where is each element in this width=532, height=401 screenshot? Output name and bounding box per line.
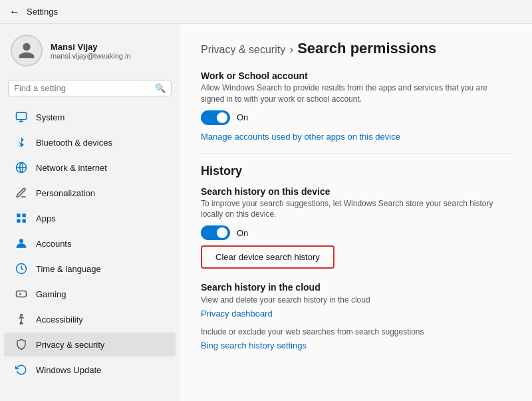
work-toggle[interactable] [201,110,230,125]
personalization-label: Personalization [36,188,95,198]
privacy-label: Privacy & security [36,340,104,350]
nav-system[interactable]: System [4,105,176,129]
history-heading: History [201,164,511,178]
accessibility-icon [15,313,28,326]
network-icon [15,161,28,174]
section-divider [201,153,511,154]
include-desc: Include or exclude your web searches fro… [201,327,511,336]
nav-time[interactable]: Time & language [4,257,176,281]
page-header: Privacy & security › Search permissions [201,40,511,57]
back-icon: ← [9,6,20,18]
svg-rect-2 [17,213,20,217]
nav-personalization[interactable]: Personalization [4,181,176,205]
privacy-dashboard-link[interactable]: Privacy dashboard [201,309,273,319]
gaming-icon [15,287,28,301]
time-label: Time & language [36,264,101,274]
nav-windows[interactable]: Windows Update [4,358,176,382]
breadcrumb-separator: › [289,43,293,57]
cloud-history-section: Search history in the cloud View and del… [201,282,511,351]
search-icon: 🔍 [155,83,166,93]
device-history-section: Search history on this device To improve… [201,186,511,280]
privacy-icon [15,338,28,351]
avatar [11,35,43,67]
svg-rect-4 [17,219,20,223]
device-toggle[interactable] [201,225,230,240]
clear-history-button[interactable]: Clear device search history [201,245,334,269]
nav-privacy[interactable]: Privacy & security [4,333,176,356]
nav-network[interactable]: Network & internet [4,156,176,180]
svg-rect-3 [23,213,26,217]
gaming-label: Gaming [36,289,66,299]
nav-accessibility[interactable]: Accessibility [4,307,176,331]
system-icon [15,110,28,124]
accessibility-label: Accessibility [36,315,83,325]
work-toggle-row: On [201,110,511,125]
windows-icon [15,363,28,376]
personalization-icon [15,186,28,200]
device-history-title: Search history on this device [201,186,511,197]
accounts-icon [15,237,28,250]
device-toggle-row: On [201,225,511,240]
work-section-desc: Allow Windows Search to provide results … [201,82,511,105]
nav-bluetooth[interactable]: Bluetooth & devices [4,130,176,154]
windows-label: Windows Update [36,365,101,375]
bluetooth-label: Bluetooth & devices [36,138,112,148]
nav-apps[interactable]: Apps [4,206,176,230]
svg-point-6 [19,239,23,243]
bing-history-link[interactable]: Bing search history settings [201,340,307,350]
content-area: Privacy & security › Search permissions … [180,24,532,401]
cloud-desc: View and delete your search history in t… [201,295,511,305]
back-button[interactable]: ← [8,5,21,19]
apps-icon [15,211,28,225]
manage-accounts-link[interactable]: Manage accounts used by other apps on th… [201,132,400,142]
nav-gaming[interactable]: Gaming [4,282,176,306]
user-profile[interactable]: Mansi Vijay mansi.vijay@tweaking.in [0,29,180,77]
breadcrumb-parent: Privacy & security [201,44,285,56]
title-bar-label: Settings [27,7,58,17]
cloud-title: Search history in the cloud [201,282,511,293]
user-name: Mansi Vijay [51,42,131,52]
network-label: Network & internet [36,163,107,173]
work-section: Work or School account Allow Windows Sea… [201,70,511,142]
main-layout: Mansi Vijay mansi.vijay@tweaking.in 🔍 Sy… [0,24,532,401]
search-input[interactable] [14,83,151,93]
svg-point-9 [21,315,23,317]
title-bar: ← Settings [0,0,532,24]
accounts-label: Accounts [36,239,71,249]
device-history-desc: To improve your search suggestions, let … [201,198,511,221]
device-toggle-label: On [237,228,248,238]
user-info: Mansi Vijay mansi.vijay@tweaking.in [51,42,131,60]
work-toggle-label: On [237,112,248,122]
bluetooth-icon [15,136,28,149]
history-section: History Search history on this device To… [201,164,511,352]
svg-rect-5 [23,219,26,223]
user-email: mansi.vijay@tweaking.in [51,52,131,60]
search-box[interactable]: 🔍 [8,80,172,96]
time-icon [15,262,28,275]
nav-accounts[interactable]: Accounts [4,231,176,255]
page-title: Search permissions [297,40,436,57]
sidebar: Mansi Vijay mansi.vijay@tweaking.in 🔍 Sy… [0,24,180,401]
work-section-title: Work or School account [201,70,511,81]
apps-label: Apps [36,213,56,223]
svg-rect-0 [17,112,27,120]
system-label: System [36,112,65,122]
